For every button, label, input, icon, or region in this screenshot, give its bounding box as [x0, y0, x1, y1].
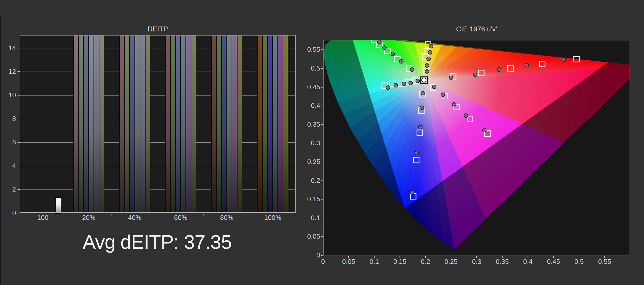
sweep-bar-yellow	[99, 35, 104, 213]
sweep-bar-yellow	[283, 35, 288, 213]
blue-measured-dot-40	[420, 106, 424, 110]
sweep-bar-yellow	[238, 35, 242, 213]
sweep-bar-yellow	[191, 35, 196, 213]
blue-measured-dot-100	[410, 190, 414, 194]
deitp-gridline	[20, 95, 296, 96]
deitp-y-tick-mark	[18, 189, 20, 190]
red-measured-dot-100	[562, 58, 566, 62]
cie-x-tick-label: 0.55	[589, 258, 620, 265]
deitp-bar-chart-plot	[20, 35, 296, 213]
magenta-measured-dot-80	[464, 114, 468, 117]
cie-y-tick-mark	[321, 106, 323, 106]
yellow-measured-dot-100	[429, 44, 433, 48]
deitp-gridline	[20, 189, 296, 190]
sweep-bar-blue	[130, 35, 134, 213]
sweep-bar-cyan	[135, 35, 140, 213]
cie-x-tick-mark	[502, 256, 503, 258]
cyan-measured-dot-60	[402, 82, 406, 86]
green-measured-dot-60	[391, 52, 395, 56]
deitp-y-tick-mark	[18, 48, 20, 48]
deitp-plot-frame	[20, 35, 296, 213]
sweep-bar-green	[171, 35, 175, 213]
avg-deitp-readout: Avg dEITP: 37.35	[62, 231, 252, 253]
deitp-y-tick-mark	[18, 95, 20, 96]
cie-x-tick-mark	[579, 256, 579, 258]
cie-chromaticity-plot	[323, 40, 630, 255]
blue-measured-dot-80	[415, 151, 419, 155]
cyan-measured-dot-100	[386, 86, 390, 90]
cie-x-tick-mark	[476, 256, 477, 258]
sweep-bar-green	[125, 35, 129, 213]
calibration-report-screenshot: DEITP 0246810121410020%40%60%80%100% Avg…	[0, 0, 644, 285]
sweep-bar-blue	[176, 35, 180, 213]
magenta-measured-dot-100	[482, 128, 486, 132]
deitp-chart-title: DEITP	[20, 25, 296, 33]
cie-y-tick-mark	[321, 255, 323, 256]
magenta-measured-dot-40	[441, 93, 445, 97]
deitp-gridline	[20, 72, 296, 72]
red-measured-dot-80	[525, 63, 529, 67]
cie-y-tick-label: 0.1	[296, 214, 320, 221]
sweep-bar-magenta	[232, 35, 237, 213]
cie-x-tick-mark	[553, 256, 554, 258]
sweep-bar-red	[258, 35, 262, 213]
cie-y-tick-label: 0.35	[296, 121, 320, 128]
cie-y-tick-label: 0.55	[296, 46, 320, 53]
deitp-y-tick-mark	[18, 119, 20, 119]
cie-y-tick-mark	[321, 180, 323, 181]
deitp-x-tick-mark	[112, 214, 112, 216]
deitp-x-tick-label: 40%	[117, 214, 153, 221]
yellow-measured-dot-80	[428, 50, 432, 54]
sweep-bar-green	[263, 35, 267, 213]
deitp-gridline	[20, 119, 296, 119]
window-left-edge-line	[0, 16, 1, 285]
cie-y-tick-mark	[321, 124, 323, 125]
deitp-gridline	[20, 166, 296, 166]
cie-x-tick-mark	[451, 256, 451, 258]
cie-diagram-svg	[323, 40, 630, 255]
cie-x-tick-mark	[604, 256, 605, 258]
sweep-bar-red	[74, 35, 78, 213]
white-point-measured-circle	[422, 78, 426, 82]
sweep-bar-cyan	[181, 35, 185, 213]
cie-x-tick-mark	[348, 256, 349, 258]
cie-y-tick-mark	[321, 162, 323, 162]
cyan-measured-dot-40	[409, 81, 412, 85]
sweep-bar-magenta	[186, 35, 191, 213]
green-measured-dot-100	[377, 40, 381, 44]
cie-y-tick-label: 0.25	[296, 158, 320, 165]
magenta-measured-dot-20	[432, 85, 436, 89]
magenta-measured-dot-60	[452, 102, 456, 106]
sweep-bar-blue	[222, 35, 226, 213]
yellow-measured-dot-40	[425, 64, 429, 67]
spectral-locus-fill	[323, 40, 630, 255]
cie-x-tick-mark	[400, 256, 400, 258]
deitp-y-tick-label: 4	[2, 162, 16, 169]
blue-measured-dot-60	[418, 125, 422, 129]
cyan-measured-dot-80	[394, 83, 398, 87]
cie-y-tick-mark	[321, 218, 323, 218]
cie-y-tick-label: 0.3	[296, 139, 320, 146]
yellow-measured-dot-20	[425, 70, 429, 73]
cie-y-tick-mark	[321, 68, 323, 69]
blue-measured-dot-20	[421, 91, 425, 95]
red-measured-dot-40	[473, 73, 477, 77]
sweep-bar-magenta	[278, 35, 283, 213]
green-measured-dot-40	[400, 59, 403, 63]
cie-y-tick-label: 0.5	[296, 65, 320, 72]
cie-y-tick-mark	[321, 236, 323, 237]
cie-y-tick-label: 0.15	[296, 195, 320, 203]
sweep-bar-blue	[268, 35, 272, 213]
deitp-x-tick-mark	[158, 214, 158, 216]
deitp-x-tick-label: 100	[25, 214, 61, 221]
sweep-bar-cyan	[89, 35, 94, 213]
deitp-y-tick-label: 14	[2, 44, 16, 51]
deitp-y-tick-label: 2	[2, 186, 16, 193]
cie-x-tick-mark	[425, 256, 426, 258]
deitp-y-tick-mark	[18, 166, 20, 166]
deitp-y-tick-label: 8	[2, 115, 16, 122]
deitp-x-tick-mark	[250, 214, 250, 216]
sweep-bar-green	[217, 35, 221, 213]
cie-y-tick-label: 0.4	[296, 102, 320, 109]
cie-y-tick-label: 0.2	[296, 177, 320, 184]
